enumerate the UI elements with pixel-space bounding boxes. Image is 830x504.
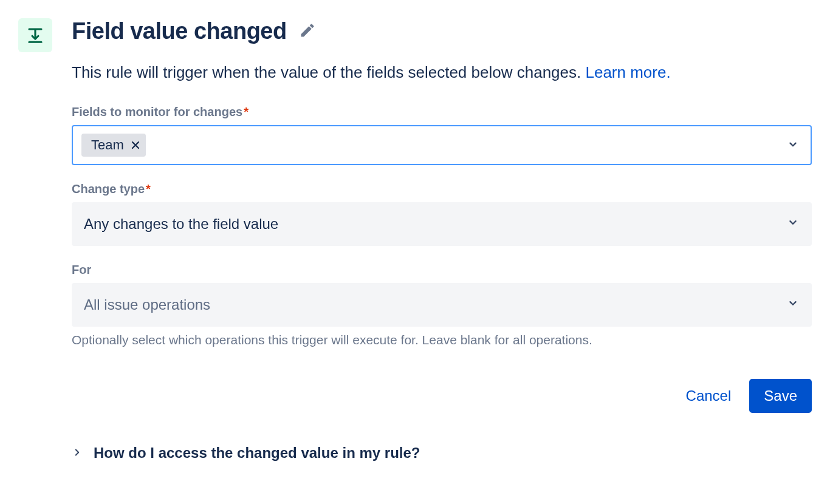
- chevron-down-icon: [786, 216, 800, 233]
- field-tag-label: Team: [91, 137, 124, 153]
- save-button[interactable]: Save: [749, 379, 812, 413]
- change-type-label: Change type*: [72, 182, 812, 196]
- field-tag: Team: [81, 134, 146, 157]
- chevron-right-icon: [72, 444, 83, 461]
- trigger-icon: [18, 18, 52, 52]
- fields-monitor-label: Fields to monitor for changes*: [72, 105, 812, 119]
- remove-tag-button[interactable]: [131, 141, 140, 149]
- for-help-text: Optionally select which operations this …: [72, 333, 812, 347]
- expander-label: How do I access the changed value in my …: [94, 444, 420, 461]
- required-indicator: *: [146, 182, 151, 196]
- required-indicator: *: [244, 105, 249, 118]
- fields-monitor-input[interactable]: Team: [72, 125, 812, 165]
- cancel-button[interactable]: Cancel: [671, 379, 746, 413]
- pencil-icon: [299, 22, 316, 39]
- field-changed-icon: [26, 26, 44, 44]
- chevron-down-icon: [786, 138, 800, 153]
- page-title: Field value changed: [72, 18, 287, 44]
- learn-more-link[interactable]: Learn more.: [585, 63, 670, 81]
- edit-title-button[interactable]: [299, 22, 316, 41]
- for-label: For: [72, 263, 812, 277]
- close-icon: [131, 141, 140, 149]
- rule-description: This rule will trigger when the value of…: [72, 61, 812, 83]
- change-type-egy[interactable]: Any changes to the field value: [72, 202, 812, 246]
- for-select[interactable]: All issue operations: [72, 283, 812, 327]
- chevron-down-icon: [786, 296, 800, 313]
- for-placeholder: All issue operations: [84, 296, 210, 313]
- change-type-value: Any changes to the field value: [84, 216, 278, 232]
- help-expander[interactable]: How do I access the changed value in my …: [72, 440, 812, 466]
